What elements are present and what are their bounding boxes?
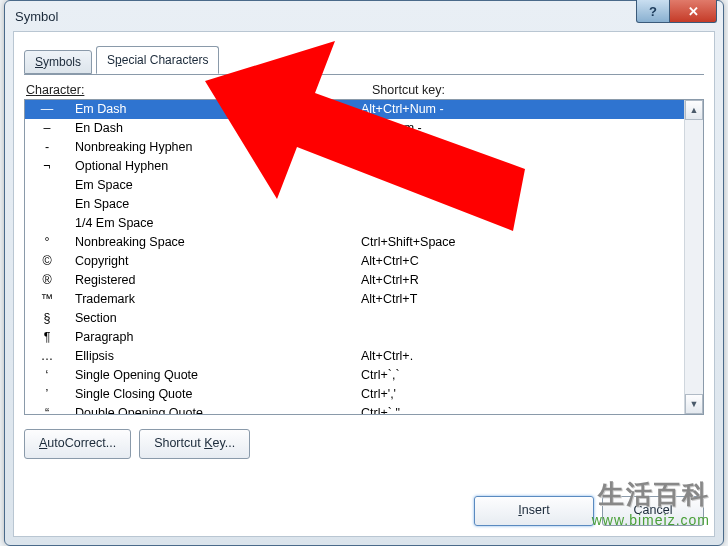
list-item-shortcut (285, 195, 684, 214)
list-item-glyph: ’ (25, 385, 69, 404)
list-item-glyph: § (25, 309, 69, 328)
list-item-glyph: ™ (25, 290, 69, 309)
list-item[interactable]: Em Space (25, 176, 684, 195)
character-listbox[interactable]: —Em DashAlt+Ctrl+Num -–En DashCtrl+Num -… (24, 99, 704, 415)
list-item-name: Ellipsis (69, 347, 285, 366)
tab-symbols-label: Symbols (35, 55, 81, 69)
list-item[interactable]: §Section (25, 309, 684, 328)
list-item-glyph: ¬ (25, 157, 69, 176)
titlebar: Symbol ? ✕ (5, 1, 723, 33)
list-item-glyph: ° (25, 233, 69, 252)
close-button[interactable]: ✕ (670, 0, 717, 23)
list-item-name: 1/4 Em Space (69, 214, 285, 233)
list-item-name: Single Opening Quote (69, 366, 285, 385)
list-item[interactable]: ¶Paragraph (25, 328, 684, 347)
dialog-window: Symbol ? ✕ Symbols Special Characters Ch… (4, 0, 724, 546)
tabstrip: Symbols Special Characters (24, 42, 704, 74)
list-item-glyph: — (25, 100, 69, 119)
dialog-client: Symbols Special Characters Character: Sh… (13, 31, 715, 537)
list-item[interactable]: ®RegisteredAlt+Ctrl+R (25, 271, 684, 290)
list-item-name: Optional Hyphen (69, 157, 285, 176)
listbox-body: —Em DashAlt+Ctrl+Num -–En DashCtrl+Num -… (25, 100, 684, 414)
list-headers: Character: Shortcut key: (24, 77, 704, 99)
autocorrect-button[interactable]: AutoCorrect... (24, 429, 131, 459)
cancel-button[interactable]: Cancel (602, 496, 704, 526)
list-item[interactable]: ’Single Closing QuoteCtrl+',' (25, 385, 684, 404)
list-item-glyph: ¶ (25, 328, 69, 347)
list-item-shortcut: Ctrl+`,` (285, 366, 684, 385)
list-item-glyph (25, 176, 69, 195)
list-item-glyph (25, 195, 69, 214)
action-buttons: AutoCorrect... Shortcut Key... (24, 429, 704, 459)
list-item-shortcut (285, 309, 684, 328)
list-item-name: Registered (69, 271, 285, 290)
dialog-buttons: Insert Cancel (474, 496, 704, 526)
list-item[interactable]: …EllipsisAlt+Ctrl+. (25, 347, 684, 366)
scroll-up-icon[interactable]: ▲ (685, 100, 703, 120)
header-shortcut: Shortcut key: (372, 83, 702, 97)
list-item-name: Trademark (69, 290, 285, 309)
list-item-shortcut (285, 176, 684, 195)
list-item-glyph: … (25, 347, 69, 366)
list-item-shortcut: Ctrl+- (285, 157, 684, 176)
list-item-shortcut: Alt+Ctrl+. (285, 347, 684, 366)
list-item-shortcut: Alt+Ctrl+C (285, 252, 684, 271)
list-item-shortcut: Ctrl+',' (285, 385, 684, 404)
tab-special-characters[interactable]: Special Characters (96, 46, 219, 74)
list-item[interactable]: 1/4 Em Space (25, 214, 684, 233)
list-item-shortcut: Alt+Ctrl+R (285, 271, 684, 290)
list-item-name: En Dash (69, 119, 285, 138)
help-button[interactable]: ? (636, 0, 670, 23)
list-item[interactable]: –En DashCtrl+Num - (25, 119, 684, 138)
list-item-shortcut (285, 328, 684, 347)
list-item[interactable]: “Double Opening QuoteCtrl+`," (25, 404, 684, 414)
list-item[interactable]: ¬Optional HyphenCtrl+- (25, 157, 684, 176)
list-item-glyph: – (25, 119, 69, 138)
list-item-shortcut: Alt+Ctrl+Num - (285, 100, 684, 119)
header-character: Character: (26, 83, 372, 97)
list-item-name: Paragraph (69, 328, 285, 347)
list-item-glyph (25, 214, 69, 233)
list-item[interactable]: ‘Single Opening QuoteCtrl+`,` (25, 366, 684, 385)
list-item-name: Double Opening Quote (69, 404, 285, 414)
list-item-glyph: ® (25, 271, 69, 290)
list-item-shortcut: Alt+Ctrl+T (285, 290, 684, 309)
list-item[interactable]: ™TrademarkAlt+Ctrl+T (25, 290, 684, 309)
list-item-name: En Space (69, 195, 285, 214)
list-item-shortcut: Ctrl+Shift+_ (285, 138, 684, 157)
list-item-name: Single Closing Quote (69, 385, 285, 404)
list-item-name: Em Dash (69, 100, 285, 119)
list-item[interactable]: ©CopyrightAlt+Ctrl+C (25, 252, 684, 271)
scroll-down-icon[interactable]: ▼ (685, 394, 703, 414)
list-item-shortcut (285, 214, 684, 233)
list-item[interactable]: —Em DashAlt+Ctrl+Num - (25, 100, 684, 119)
window-controls: ? ✕ (636, 0, 717, 23)
list-item[interactable]: -Nonbreaking HyphenCtrl+Shift+_ (25, 138, 684, 157)
list-item-name: Nonbreaking Hyphen (69, 138, 285, 157)
list-item-shortcut: Ctrl+Shift+Space (285, 233, 684, 252)
list-item-glyph: - (25, 138, 69, 157)
list-item-shortcut: Ctrl+`," (285, 404, 684, 414)
tab-symbols[interactable]: Symbols (24, 50, 92, 74)
list-item-name: Section (69, 309, 285, 328)
list-item-glyph: © (25, 252, 69, 271)
list-item-glyph: “ (25, 404, 69, 414)
list-item[interactable]: En Space (25, 195, 684, 214)
list-item-name: Em Space (69, 176, 285, 195)
list-item-name: Copyright (69, 252, 285, 271)
list-item[interactable]: °Nonbreaking SpaceCtrl+Shift+Space (25, 233, 684, 252)
tab-special-characters-label: Special Characters (107, 53, 208, 67)
list-item-shortcut: Ctrl+Num - (285, 119, 684, 138)
list-item-name: Nonbreaking Space (69, 233, 285, 252)
vertical-scrollbar[interactable]: ▲ ▼ (684, 100, 703, 414)
tab-panel: Character: Shortcut key: —Em DashAlt+Ctr… (24, 74, 704, 459)
shortcut-key-button[interactable]: Shortcut Key... (139, 429, 250, 459)
window-title: Symbol (15, 9, 58, 24)
list-item-glyph: ‘ (25, 366, 69, 385)
insert-button[interactable]: Insert (474, 496, 594, 526)
